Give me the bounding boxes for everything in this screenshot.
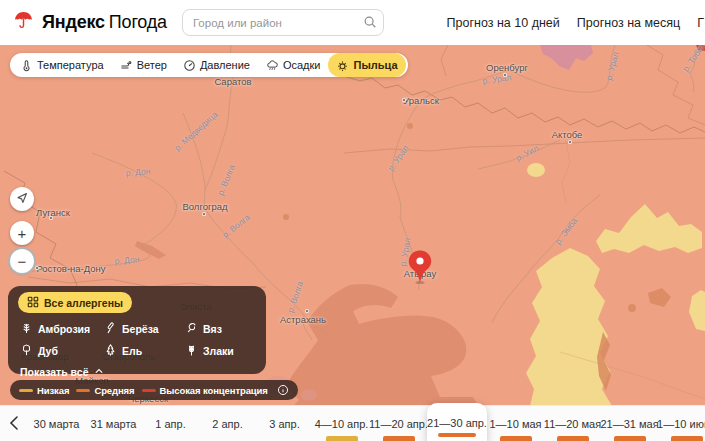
search-box [182, 9, 384, 36]
minus-icon: − [18, 254, 27, 269]
location-marker-pin[interactable] [407, 249, 433, 289]
layer-tab-label: Температура [37, 59, 104, 71]
timeline-prev-button[interactable] [0, 406, 28, 441]
timeline-date[interactable]: 31 марта [85, 406, 142, 441]
city-dot [49, 216, 53, 220]
allergen-item-ragweed[interactable]: Амброзия [20, 321, 104, 336]
header-nav: Прогноз на 10 днейПрогноз на месяцГ [447, 16, 705, 30]
city-dot [202, 212, 206, 216]
legend-dash [19, 389, 33, 392]
city-label: Луганск [36, 207, 70, 218]
allergen-item-birch[interactable]: Берёза [104, 321, 185, 336]
yandex-weather-logo[interactable]: ЯндексПогода [12, 9, 167, 36]
legend-label: Высокая концентрация [160, 385, 268, 396]
pollen-intensity-bar [500, 436, 532, 441]
city-dot [305, 309, 309, 313]
timeline-date-label: 1—10 июня [657, 418, 705, 430]
all-allergens-button[interactable]: Все аллергены [18, 292, 132, 313]
city-dot [568, 140, 572, 144]
city-label: Оренбург [486, 62, 528, 73]
pressure-icon [183, 59, 196, 72]
zoom-in-button[interactable]: + [10, 221, 34, 245]
river-label: р. Дон [125, 166, 151, 178]
timeline-date-label: 21—30 апр. [427, 417, 487, 429]
pollen-intensity-bar [326, 436, 358, 441]
layer-tab-pressure[interactable]: Давление [175, 53, 258, 77]
timeline-date-label: 11—20 мая [544, 418, 601, 430]
timeline-date[interactable]: 3 апр. [256, 406, 313, 441]
timeline-date-label: 4—10 апр. [315, 418, 369, 430]
allergen-grid: АмброзияБерёзаВязДубЕльЗлаки [20, 321, 256, 358]
ragweed-icon [20, 321, 33, 336]
layer-tab-wind[interactable]: Ветер [112, 53, 175, 77]
allergen-label: Злаки [203, 345, 234, 357]
timeline-date[interactable]: 11—20 мая [544, 406, 601, 441]
legend-label: Средняя [94, 385, 134, 396]
nav-link[interactable]: Прогноз на 10 дней [447, 16, 560, 30]
allergen-filter-panel: Все аллергены АмброзияБерёзаВязДубЕльЗла… [8, 286, 266, 374]
legend-item: Низкая [19, 385, 69, 396]
legend-dash [76, 389, 90, 392]
allergen-item-spruce[interactable]: Ель [104, 343, 185, 358]
chevron-up-icon [94, 366, 104, 378]
pollen-intensity-bar [671, 436, 703, 441]
timeline-date[interactable]: 21—31 мая [601, 406, 658, 441]
yandex-weather-pollen-map-page: СаратовОренбургУральскАктобеЛуганскВолго… [0, 0, 705, 441]
city-label: Ростов-на-Дону [36, 263, 105, 274]
pollen-intensity-bar [557, 436, 589, 441]
grid-icon [27, 296, 39, 310]
info-icon[interactable] [277, 384, 289, 396]
layer-tab-label: Давление [200, 59, 250, 71]
timeline-date[interactable]: 1 апр. [142, 406, 199, 441]
nav-link[interactable]: Прогноз на месяц [577, 16, 680, 30]
timeline-date-label: 30 марта [34, 418, 80, 430]
grains-icon [185, 343, 198, 358]
layer-tab-thermometer[interactable]: Температура [12, 53, 112, 77]
legend-dash [142, 389, 156, 392]
locate-arrow-icon [15, 191, 29, 207]
pollen-intensity-bar [383, 436, 415, 441]
city-label: Уральск [403, 95, 439, 106]
timeline-date[interactable]: 1—10 июня [658, 406, 705, 441]
timeline-date[interactable]: 2 апр. [199, 406, 256, 441]
allergen-item-elm[interactable]: Вяз [185, 321, 256, 336]
timeline-date-label: 1 апр. [155, 418, 185, 430]
timeline-date-label: 21—31 мая [600, 418, 658, 430]
zoom-out-button[interactable]: − [10, 249, 34, 273]
elm-icon [185, 321, 198, 336]
allergen-item-oak[interactable]: Дуб [20, 343, 104, 358]
nav-link[interactable]: Г [697, 16, 704, 30]
wind-icon [120, 59, 133, 72]
app-header: ЯндексПогода Прогноз на 10 днейПрогноз н… [0, 0, 705, 45]
thermometer-icon [20, 59, 33, 72]
map-canvas[interactable]: СаратовОренбургУральскАктобеЛуганскВолго… [0, 45, 705, 441]
timeline-date-label: 1—10 мая [489, 418, 541, 430]
show-all-toggle[interactable]: Показать всё [20, 366, 256, 378]
concentration-legend: НизкаяСредняяВысокая концентрация [10, 380, 298, 400]
city-dot [35, 266, 39, 270]
umbrella-icon [12, 9, 35, 36]
timeline-date[interactable]: 4—10 апр. [313, 406, 370, 441]
pollen-intensity-bar [614, 436, 646, 441]
brand-name: Яндекс [42, 12, 105, 32]
product-name: Погода [109, 12, 167, 32]
date-timeline: 30 марта31 марта1 апр.2 апр.3 апр.4—10 а… [0, 405, 705, 441]
city-dot [503, 73, 507, 77]
layer-tab-precipitation[interactable]: Осадки [258, 53, 329, 77]
city-label: Астрахань [280, 314, 326, 325]
allergen-item-grains[interactable]: Злаки [185, 343, 256, 358]
locate-me-button[interactable] [10, 187, 34, 211]
layer-tab-label: Осадки [283, 59, 321, 71]
search-input[interactable] [182, 9, 384, 36]
timeline-date[interactable]: 30 марта [28, 406, 85, 441]
timeline-date[interactable]: 11—20 апр. [370, 406, 427, 441]
timeline-date-label: 31 марта [91, 418, 137, 430]
timeline-date[interactable]: 1—10 мая [487, 406, 544, 441]
city-label: Волгоград [182, 201, 227, 212]
layer-tab-label: Ветер [137, 59, 167, 71]
layer-tab-pollen[interactable]: Пыльца [328, 53, 405, 77]
timeline-date-selected[interactable]: 21—30 апр. [427, 403, 487, 441]
city-dot [402, 98, 406, 102]
precipitation-icon [266, 59, 279, 72]
timeline-date-label: 3 апр. [269, 418, 299, 430]
